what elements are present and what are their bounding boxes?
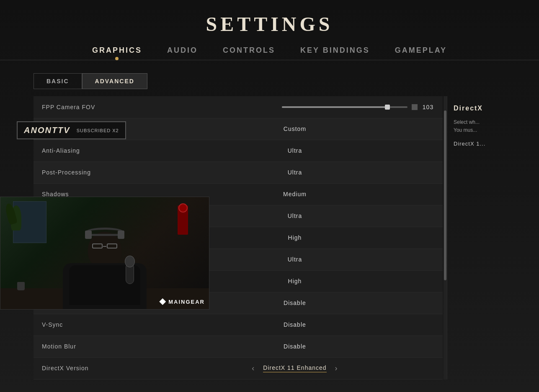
- twitch-name-bar: ANONTTV SUBSCRIBED X2: [17, 121, 126, 139]
- directx-value-text: DirectX 11 Enhanced: [263, 364, 326, 372]
- row-value-aa: Ultra: [147, 140, 443, 161]
- right-panel-title: DirectX: [454, 105, 533, 112]
- mic-head: [125, 256, 135, 267]
- glasses-left: [92, 243, 103, 249]
- subtab-basic[interactable]: BASIC: [34, 73, 82, 89]
- page-title: SETTINGS: [0, 13, 539, 36]
- maingear-icon: [159, 298, 166, 305]
- twitch-sub-text: SUBSCRIBED X2: [77, 128, 119, 133]
- scrollbar-thumb[interactable]: [444, 110, 446, 280]
- row-label-aa: Anti-Aliasing: [34, 140, 147, 161]
- fpp-value-cell: 103: [147, 96, 443, 118]
- maingear-text: MAINGEAR: [168, 299, 205, 305]
- table-row: Post-Processing Ultra: [34, 161, 443, 183]
- table-row: V-Sync Disable: [34, 314, 443, 336]
- directx-arrow-left[interactable]: ‹: [250, 364, 257, 373]
- tab-gameplay[interactable]: GAMEPLAY: [395, 46, 447, 60]
- tab-controls[interactable]: CONTROLS: [223, 46, 275, 60]
- scrollbar[interactable]: [444, 96, 447, 379]
- slider-fill: [282, 106, 389, 108]
- slider-thumb[interactable]: [385, 105, 390, 110]
- subtab-advanced[interactable]: ADVANCED: [82, 73, 147, 89]
- fpp-number: 103: [422, 104, 434, 110]
- row-label-directx: DirectX Version: [34, 357, 147, 379]
- right-panel-desc: Select wh...You mus...: [454, 118, 533, 134]
- tab-graphics[interactable]: GRAPHICS: [92, 46, 142, 60]
- mug: [17, 282, 25, 290]
- ironman-head: [178, 203, 188, 213]
- table-row: Motion Blur Disable: [34, 336, 443, 357]
- row-label-vsync: V-Sync: [34, 314, 147, 336]
- row-label-pp: Post-Processing: [34, 161, 147, 183]
- twitch-username: ANONTTV: [24, 126, 70, 135]
- fpp-slider[interactable]: [282, 106, 407, 108]
- tab-keybindings[interactable]: KEY BINDINGS: [300, 46, 370, 60]
- row-value-motionblur: Disable: [147, 336, 443, 357]
- webcam-feed: MAINGEAR: [0, 197, 209, 310]
- tab-audio[interactable]: AUDIO: [167, 46, 198, 60]
- fpp-label: FPP Camera FOV: [34, 96, 147, 118]
- glasses-right: [107, 243, 117, 249]
- right-panel: DirectX Select wh...You mus... DirectX 1…: [447, 96, 539, 379]
- row-label-motionblur: Motion Blur: [34, 336, 147, 357]
- row-value-directx: ‹ DirectX 11 Enhanced ›: [147, 357, 443, 379]
- row-value-pp: Ultra: [147, 161, 443, 183]
- right-panel-current: DirectX 1...: [454, 141, 533, 147]
- webcam-background: MAINGEAR: [0, 197, 209, 309]
- maingear-logo: MAINGEAR: [159, 298, 205, 305]
- row-value-vsync: Disable: [147, 314, 443, 336]
- headphone-right: [118, 231, 124, 239]
- checkbox-sq: [412, 104, 418, 110]
- twitch-overlay: ANONTTV SUBSCRIBED X2: [0, 121, 209, 139]
- table-row: Anti-Aliasing Ultra: [34, 140, 443, 161]
- table-row: DirectX Version ‹ DirectX 11 Enhanced ›: [34, 357, 443, 379]
- streamer-head: [88, 232, 121, 267]
- headphone-left: [85, 231, 92, 239]
- glasses-bridge: [103, 246, 106, 247]
- nav-tabs: GRAPHICS AUDIO CONTROLS KEY BINDINGS GAM…: [0, 46, 539, 60]
- table-row: FPP Camera FOV 103: [34, 96, 443, 118]
- sub-tabs: BASIC ADVANCED: [34, 73, 147, 89]
- directx-arrow-right[interactable]: ›: [333, 364, 340, 373]
